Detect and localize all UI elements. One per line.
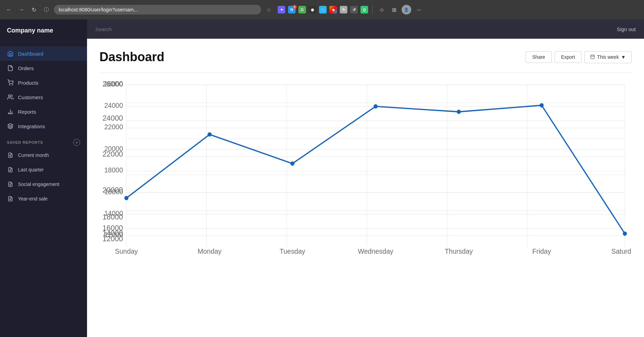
browser-chrome: ← → ↻ ⓘ ☆ ✦ N2 G ◉ □ ◈ ↻ ↺ Q ⊹ ⊞ 👤 ··· [0,0,644,19]
sidebar-item-last-quarter[interactable]: Last quarter [0,162,87,177]
sidebar-item-year-end-sale[interactable]: Year-end sale [0,191,87,206]
data-point-saturday [623,232,627,236]
sidebar-label-integrations: Integrations [18,123,45,129]
svg-text:Wednesday: Wednesday [358,247,394,255]
info-icon: ⓘ [41,5,51,15]
sidebar-item-products[interactable]: Products [0,75,87,90]
svg-text:Thursday: Thursday [445,247,473,255]
svg-point-2 [9,95,11,97]
sidebar-item-orders[interactable]: Orders [0,61,87,75]
ext-icon-1[interactable]: ✦ [278,6,285,13]
ext-icon-6[interactable]: ◈ [329,6,337,13]
ext-icon-5[interactable]: □ [319,6,327,13]
svg-point-1 [12,85,13,85]
ext-icon-9[interactable]: Q [361,6,368,13]
ext-icon-7[interactable]: ↻ [340,6,347,13]
ext-icon-3[interactable]: G [298,6,306,13]
sidebar-item-dashboard[interactable]: Dashboard [0,46,87,61]
sidebar-item-social-engagement[interactable]: Social engagement [0,177,87,191]
export-button[interactable]: Export [555,51,581,63]
report-file-icon-4 [7,195,14,202]
svg-text:Saturday: Saturday [611,247,632,255]
ext-icon-2[interactable]: N2 [288,6,296,13]
sidebar-label-orders: Orders [18,65,34,71]
line-chart: 26000 24000 22000 20000 18000 16000 1400… [99,81,632,261]
sidebar-label-dashboard: Dashboard [18,51,43,57]
forward-button[interactable]: → [17,5,26,15]
add-saved-report-button[interactable]: + [73,139,80,146]
file-icon [7,65,14,72]
svg-text:18000: 18000 [104,166,123,174]
people-icon [7,94,14,101]
sidebar-label-last-quarter: Last quarter [18,167,44,172]
sidebar-item-integrations[interactable]: Integrations [0,119,87,133]
sidebar: Company name Dashboard Orders [0,19,87,337]
saved-reports-label: SAVED REPORTS [7,140,43,144]
sidebar-label-year-end-sale: Year-end sale [18,196,48,202]
svg-text:26000: 26000 [104,81,123,88]
address-bar[interactable] [54,5,261,15]
sidebar-label-reports: Reports [18,109,36,115]
share-button[interactable]: Share [526,51,551,63]
svg-text:16000: 16000 [104,188,123,196]
sidebar-label-social-engagement: Social engagement [18,181,59,187]
svg-text:12000: 12000 [104,231,123,239]
data-point-monday [208,132,212,137]
data-point-tuesday [290,161,295,166]
week-label: This week [597,54,619,60]
page-header: Dashboard Share Export This week ▼ [99,50,632,64]
profile-icon[interactable]: 👤 [402,5,411,15]
sidebar-nav: Dashboard Orders Produc [0,42,87,210]
sidebar-brand: Company name [0,19,87,42]
svg-text:Tuesday: Tuesday [280,247,306,255]
svg-text:20000: 20000 [104,144,123,152]
svg-text:24000: 24000 [103,114,123,123]
cart-icon [7,79,14,86]
svg-text:Friday: Friday [532,247,551,255]
sidebar-label-current-month: Current month [18,152,49,158]
report-file-icon-1 [7,152,14,159]
sidebar-item-reports[interactable]: Reports [0,104,87,119]
page-divider [99,73,632,73]
data-point-wednesday [374,104,378,109]
back-button[interactable]: ← [4,5,14,15]
layers-icon [7,123,14,130]
browser-menu-icon[interactable]: ··· [414,5,424,15]
sign-out-button[interactable]: Sign out [617,24,636,35]
svg-point-0 [9,85,10,85]
chart-container: 26000 24000 22000 20000 18000 16000 1400… [99,81,632,261]
divider [372,6,373,14]
data-point-sunday [124,196,128,200]
top-bar: Sign out [87,19,644,39]
report-file-icon-3 [7,181,14,188]
search-input[interactable] [95,26,617,32]
data-point-friday [540,103,544,107]
svg-marker-7 [8,124,13,127]
ext-icon-8[interactable]: ↺ [350,6,358,13]
svg-text:Monday: Monday [198,247,222,255]
svg-text:24000: 24000 [104,101,123,109]
sidebar-item-current-month[interactable]: Current month [0,148,87,162]
main-content: Sign out Dashboard Share Export [87,19,644,337]
calendar-icon [590,54,595,60]
week-selector-button[interactable]: This week ▼ [584,51,632,63]
favorites-icon[interactable]: ⊹ [377,5,386,15]
svg-text:Sunday: Sunday [115,247,138,255]
page-header-actions: Share Export This week ▼ [526,51,632,63]
home-icon [7,50,14,57]
saved-reports-section: SAVED REPORTS + [0,133,87,148]
page-body: Dashboard Share Export This week ▼ [87,39,644,337]
refresh-button[interactable]: ↻ [29,5,39,15]
sidebar-item-customers[interactable]: Customers [0,90,87,104]
report-file-icon-2 [7,166,14,173]
page-title: Dashboard [99,50,164,64]
svg-rect-16 [591,55,595,59]
ext-icon-4[interactable]: ◉ [309,6,316,13]
bar-chart-icon [7,108,14,115]
star-icon[interactable]: ☆ [264,5,273,15]
data-point-thursday [457,110,461,114]
chart-line [126,105,625,234]
svg-text:14000: 14000 [104,209,123,217]
grid-icon[interactable]: ⊞ [389,5,399,15]
chevron-down-icon: ▼ [621,54,626,60]
